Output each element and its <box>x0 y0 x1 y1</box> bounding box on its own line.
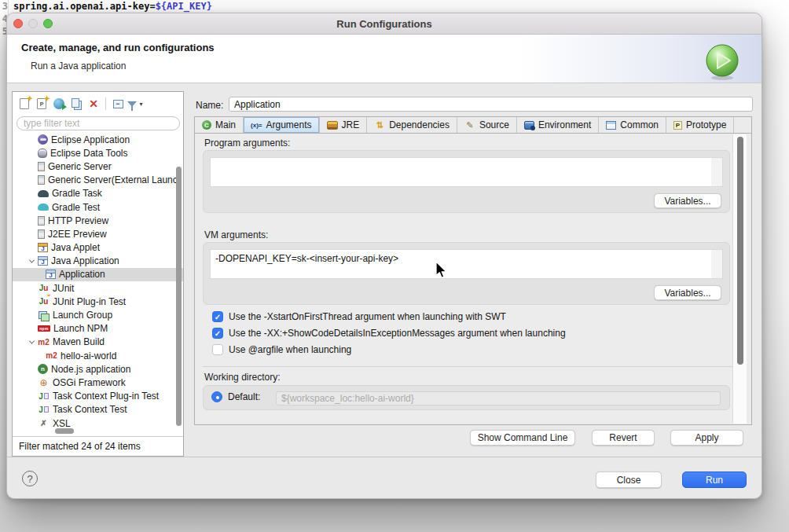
program-arguments-textarea[interactable] <box>210 157 723 187</box>
duplicate-launch-configuration-button[interactable] <box>68 96 85 112</box>
tree-item-eclipse-data-tools[interactable]: Eclipse Data Tools <box>13 146 183 160</box>
checkbox-label: Use the -XX:+ShowCodeDetailsInExceptionM… <box>229 328 566 339</box>
tab-source[interactable]: ✎Source <box>457 117 517 133</box>
tree-item-label: Generic Server <box>48 161 112 172</box>
tab-main[interactable]: CMain <box>195 117 244 133</box>
tree-vertical-scrollbar[interactable] <box>176 167 182 426</box>
default-working-dir-radio[interactable] <box>211 391 222 402</box>
run-button[interactable]: Run <box>682 471 747 488</box>
name-input[interactable] <box>229 97 753 112</box>
node-icon: n <box>38 364 48 374</box>
environment-tab-icon <box>524 121 534 130</box>
tree-item-gradle-test[interactable]: Gradle Test <box>13 200 183 214</box>
tree-item-junit-plug-in-test[interactable]: JuJUnit Plug-in Test <box>13 295 183 308</box>
tab-dependencies[interactable]: ⇅Dependencies <box>367 117 457 133</box>
maven-icon: m2 <box>46 350 57 361</box>
tree-toolbar: P✕−▾ <box>16 94 144 113</box>
footer-divider <box>7 457 761 457</box>
tree-item-label: hello-ai-world <box>61 350 116 361</box>
tree-item-gradle-task[interactable]: Gradle Task <box>13 187 183 200</box>
tree-item-label: Task Context Plug-in Test <box>53 391 159 402</box>
close-button[interactable]: Close <box>596 471 662 488</box>
tree-item-label: Eclipse Application <box>51 134 130 145</box>
tree-item-label: XSL <box>53 418 71 429</box>
tree-item-java-applet[interactable]: JJava Applet <box>13 241 183 255</box>
new-launch-configuration-button[interactable] <box>16 96 33 112</box>
header-subtitle: Run a Java application <box>31 61 126 72</box>
delete-launch-configuration-button[interactable]: ✕ <box>85 96 102 112</box>
filter-input[interactable] <box>17 116 180 130</box>
help-button[interactable]: ? <box>22 471 38 486</box>
new-launch-prototype-button[interactable]: P <box>33 96 50 112</box>
tree-item-label: Java Application <box>51 255 119 266</box>
tree-item-label: Launch Group <box>53 310 112 321</box>
use-the-xstartonfirstthread-argument-whe-checkbox[interactable]: ✓ <box>212 311 223 322</box>
working-directory-field[interactable]: ${workspace_loc:hello-ai-world} <box>276 391 721 405</box>
tree-item-label: HTTP Preview <box>48 215 108 226</box>
tab-label: Common <box>620 119 659 130</box>
tree-item-node-js-application[interactable]: nNode.js application <box>13 362 183 376</box>
tab-prototype[interactable]: PPrototype <box>666 117 734 133</box>
tree-item-label: Gradle Task <box>52 188 102 199</box>
chevron-down-icon[interactable] <box>25 259 38 263</box>
tab-label: Arguments <box>266 119 311 130</box>
tree-item-xsl[interactable]: ✗XSL <box>13 416 183 430</box>
tree-item-label: JUnit <box>53 283 74 294</box>
tree-status-divider <box>13 436 183 437</box>
tab-common[interactable]: Common <box>599 117 666 133</box>
tree-item-eclipse-application[interactable]: Eclipse Application <box>13 133 183 146</box>
tab-label: JRE <box>342 119 360 130</box>
tree-item-generic-server-external-launc[interactable]: Generic Server(External Launc <box>13 174 183 187</box>
tree-item-label: Application <box>59 269 105 280</box>
chevron-down-icon[interactable] <box>25 340 38 344</box>
tree-item-hello-ai-world[interactable]: m2hello-ai-world <box>13 349 183 362</box>
eclipse-application-icon <box>38 134 48 145</box>
task-context-plugin-icon: J <box>38 391 50 402</box>
tree-item-junit[interactable]: JuJUnit <box>13 281 183 295</box>
use-argfile-when-launching-checkbox[interactable] <box>212 344 223 355</box>
tree-item-osgi-framework[interactable]: ⊕OSGi Framework <box>13 376 183 389</box>
tree-item-java-application[interactable]: JJava Application <box>13 255 183 268</box>
revert-button[interactable]: Revert <box>592 430 655 446</box>
tree-item-launch-group[interactable]: Launch Group <box>13 308 183 321</box>
program-arguments-label: Program arguments: <box>204 138 290 149</box>
server-icon <box>38 175 45 185</box>
tree-item-task-context-test[interactable]: JTask Context Test <box>13 403 183 416</box>
tree-item-label: JUnit Plug-in Test <box>53 296 126 307</box>
osgi-icon: ⊕ <box>38 377 50 387</box>
tab-arguments[interactable]: (x)=Arguments <box>244 117 319 133</box>
tree-item-maven-build[interactable]: m2Maven Build <box>13 336 183 349</box>
jre-tab-icon <box>327 121 338 130</box>
working-directory-label: Working directory: <box>204 372 280 383</box>
tree-item-application[interactable]: JApplication <box>13 268 183 281</box>
tree-horizontal-scrollbar[interactable] <box>55 428 74 434</box>
launch-config-tree-panel: P✕−▾ Eclipse ApplicationEclipse Data Too… <box>12 91 184 457</box>
dialog-title: Run Configurations <box>7 18 761 30</box>
tab-label: Environment <box>538 119 591 130</box>
tree-item-http-preview[interactable]: HTTP Preview <box>13 214 183 227</box>
vm-arguments-textarea[interactable]: -DOPENAPI_KEY=sk-<insert-your-api-key> <box>210 249 723 279</box>
java-application-icon: J <box>46 270 56 279</box>
launch-group-icon <box>38 310 50 321</box>
tree-item-j2ee-preview[interactable]: J2EE Preview <box>13 227 183 240</box>
common-tab-icon <box>606 121 616 130</box>
dialog-titlebar[interactable]: Run Configurations <box>7 13 761 35</box>
filter-launch-configurations-button[interactable]: ▾ <box>127 96 144 112</box>
export-launch-configurations-button[interactable] <box>50 96 68 112</box>
tree-item-generic-server[interactable]: Generic Server <box>13 160 183 173</box>
tree-item-launch-npm[interactable]: npmLaunch NPM <box>13 322 183 336</box>
vm-variables-button[interactable]: Variables... <box>654 285 721 300</box>
tab-jre[interactable]: JRE <box>320 117 368 133</box>
checkbox-label: Use the -XstartOnFirstThread argument wh… <box>229 311 506 322</box>
tab-environment[interactable]: Environment <box>517 117 599 133</box>
tree-item-task-context-plug-in-test[interactable]: JTask Context Plug-in Test <box>13 390 183 403</box>
server-icon <box>38 162 45 171</box>
name-label: Name: <box>196 100 223 111</box>
apply-button[interactable]: Apply <box>670 430 743 446</box>
collapse-all-button[interactable]: − <box>109 96 127 112</box>
content-scrollbar-thumb[interactable] <box>737 137 743 365</box>
show-command-line-button[interactable]: Show Command Line <box>470 430 575 446</box>
use-the-xx-showcodedetailsinexceptionmes-checkbox[interactable]: ✓ <box>212 328 223 339</box>
gradle-dark-icon <box>38 190 49 197</box>
program-variables-button[interactable]: Variables... <box>654 193 721 208</box>
